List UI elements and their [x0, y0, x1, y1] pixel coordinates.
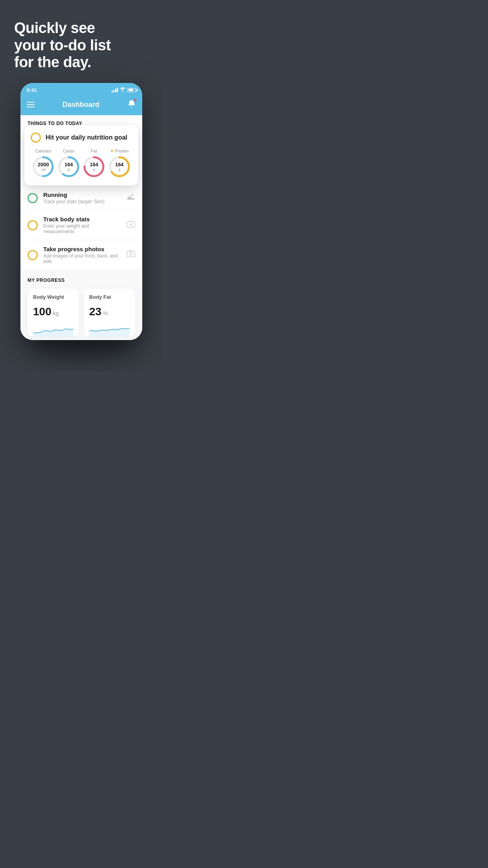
list-item-photos[interactable]: Take progress photos Add images of your …	[20, 240, 142, 270]
body-weight-unit: kg	[53, 310, 59, 316]
body-fat-value-row: 23 %	[89, 305, 130, 318]
carbs-unit: g	[64, 167, 73, 171]
body-fat-chart	[89, 322, 130, 336]
progress-cards: Body Weight 100 kg	[28, 289, 135, 336]
scale-icon	[127, 220, 135, 230]
background: Quickly see your to-do list for the day.…	[0, 0, 163, 371]
calories-label: Calories	[35, 149, 51, 153]
running-radio[interactable]	[28, 193, 38, 203]
nutrition-card-title-row: Hit your daily nutrition goal	[31, 132, 132, 143]
fat-value: 164	[90, 162, 98, 167]
status-bar: 9:41	[20, 83, 142, 96]
notification-dot	[134, 99, 137, 102]
protein-ring: 164 g	[108, 155, 131, 178]
app-header: Dashboard	[20, 96, 142, 115]
carbs-label: Carbs	[63, 149, 74, 153]
photo-icon	[127, 250, 135, 260]
body-weight-card-title: Body Weight	[33, 294, 73, 300]
fat-label: Fat	[91, 149, 97, 153]
body-weight-value: 100	[33, 305, 51, 318]
list-item-running[interactable]: Running Track your stats (target: 5km)	[20, 186, 142, 210]
nutrition-item-protein: ★ Protein 164 g	[108, 148, 131, 178]
nutrition-card: Hit your daily nutrition goal Calories	[24, 125, 138, 186]
battery-icon	[127, 88, 136, 92]
body-weight-value-row: 100 kg	[33, 305, 73, 318]
body-fat-unit: %	[103, 310, 108, 316]
svg-rect-10	[127, 251, 135, 257]
menu-icon[interactable]	[27, 102, 35, 107]
protein-label: ★ Protein	[110, 148, 129, 153]
status-icons	[112, 87, 136, 93]
carbs-value: 164	[64, 162, 73, 167]
svg-point-11	[130, 253, 132, 255]
photos-title: Take progress photos	[43, 246, 121, 252]
body-stats-radio[interactable]	[28, 220, 38, 230]
running-title: Running	[43, 191, 121, 198]
signal-icon	[112, 88, 118, 92]
phone-content: THINGS TO DO TODAY Hit your daily nutrit…	[20, 115, 142, 340]
progress-section: MY PROGRESS Body Weight 100 kg	[20, 270, 142, 340]
fat-ring: 164 g	[82, 155, 106, 178]
photos-radio[interactable]	[28, 250, 38, 260]
hero-section: Quickly see your to-do list for the day.	[0, 0, 163, 83]
svg-point-9	[130, 224, 132, 225]
wifi-icon	[120, 87, 125, 93]
nutrition-item-calories: Calories 2000 cal	[31, 149, 55, 178]
nutrition-card-title: Hit your daily nutrition goal	[46, 134, 127, 141]
body-fat-card-title: Body Fat	[89, 294, 130, 300]
running-text: Running Track your stats (target: 5km)	[43, 191, 121, 204]
calories-ring: 2000 cal	[31, 155, 55, 178]
todo-list: Running Track your stats (target: 5km)	[20, 186, 142, 270]
nutrition-row: Calories 2000 cal	[31, 148, 132, 178]
body-weight-chart	[33, 322, 73, 336]
calories-unit: cal	[38, 167, 49, 171]
running-subtitle: Track your stats (target: 5km)	[43, 199, 121, 204]
hero-heading: Quickly see your to-do list for the day.	[14, 20, 149, 71]
calories-value: 2000	[38, 162, 49, 167]
protein-unit: g	[115, 167, 124, 171]
phone-mockup: 9:41	[20, 83, 142, 340]
bell-icon[interactable]	[127, 99, 136, 110]
shoe-icon	[127, 193, 135, 202]
body-fat-card: Body Fat 23 %	[84, 289, 135, 336]
body-fat-value: 23	[89, 305, 101, 318]
status-time: 9:41	[27, 87, 37, 93]
photos-text: Take progress photos Add images of your …	[43, 246, 121, 264]
nutrition-item-fat: Fat 164 g	[82, 149, 106, 178]
body-weight-card: Body Weight 100 kg	[28, 289, 79, 336]
body-stats-text: Track body stats Enter your weight and m…	[43, 216, 121, 234]
phone-wrapper: 9:41	[0, 83, 163, 356]
body-stats-title: Track body stats	[43, 216, 121, 223]
fat-unit: g	[90, 167, 98, 171]
list-item-body-stats[interactable]: Track body stats Enter your weight and m…	[20, 210, 142, 240]
nutrition-radio[interactable]	[31, 132, 41, 143]
body-stats-subtitle: Enter your weight and measurements	[43, 223, 121, 234]
star-icon: ★	[110, 148, 114, 153]
progress-title: MY PROGRESS	[28, 278, 135, 283]
photos-subtitle: Add images of your front, back, and side	[43, 253, 121, 264]
protein-value: 164	[115, 162, 124, 167]
svg-rect-8	[127, 222, 135, 227]
nutrition-item-carbs: Carbs 164 g	[57, 149, 81, 178]
app-title: Dashboard	[62, 101, 99, 109]
carbs-ring: 164 g	[57, 155, 81, 178]
